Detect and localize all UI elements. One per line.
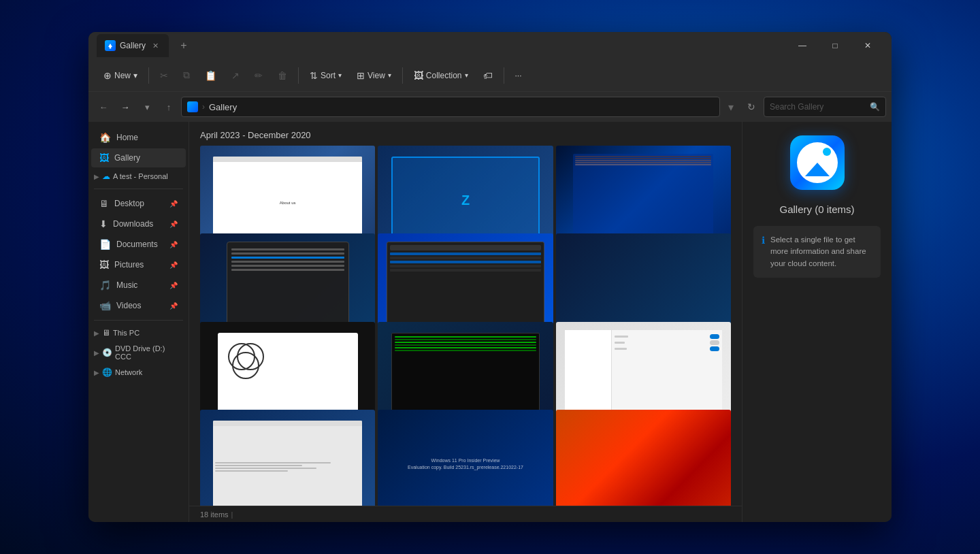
right-panel: Gallery (0 items) ℹ Select a single file…: [742, 122, 892, 522]
sidebar: 🏠 Home 🖼 Gallery ▶ ☁ A test - Personal 🖥…: [88, 122, 189, 522]
expand-arrow-icon: ▶: [94, 173, 99, 180]
sidebar-separator: [94, 189, 183, 189]
collection-button[interactable]: 🖼 Collection ▾: [407, 66, 475, 85]
toolbar-sep-3: [402, 67, 403, 84]
toolbar: ⊕ New ▾ ✂ ⧉ 📋 ↗ ✏ 🗑 ⇅ Sort ▾ ⊞: [88, 59, 892, 92]
gallery-grid: About us Z: [189, 146, 742, 506]
videos-icon: 📹: [99, 300, 111, 311]
sidebar-item-documents[interactable]: 📄 Documents 📌: [91, 235, 186, 254]
gallery-header: April 2023 - December 2020: [189, 122, 742, 146]
documents-icon: 📄: [99, 239, 111, 250]
tags-button[interactable]: 🏷: [476, 66, 500, 85]
music-icon: 🎵: [99, 280, 111, 291]
more-button[interactable]: ···: [508, 67, 529, 84]
sidebar-item-gallery[interactable]: 🖼 Gallery: [91, 148, 186, 167]
network-arrow-icon: ▶: [94, 369, 99, 376]
status-bar: 18 items |: [189, 506, 742, 522]
paste-icon: 📋: [205, 70, 216, 81]
dvd-arrow-icon: ▶: [94, 349, 99, 357]
desktop-icon: 🖥: [99, 198, 109, 209]
this-pc-icon: 🖥: [102, 328, 110, 338]
rename-icon: ✏: [255, 70, 263, 81]
gallery-icon: 🖼: [99, 152, 109, 163]
gallery-thumbnail-12[interactable]: [556, 410, 731, 506]
address-field[interactable]: › Gallery: [181, 97, 720, 117]
close-button[interactable]: ✕: [852, 35, 883, 56]
tags-icon: 🏷: [483, 70, 493, 81]
content-area: 🏠 Home 🖼 Gallery ▶ ☁ A test - Personal 🖥…: [88, 122, 892, 522]
sidebar-item-dvd[interactable]: ▶ 💿 DVD Drive (D:) CCC: [88, 341, 189, 364]
toolbar-sep-1: [148, 67, 149, 84]
copy-icon: ⧉: [183, 69, 190, 81]
tab-icon: [105, 40, 116, 51]
tab-close-button[interactable]: ✕: [150, 40, 161, 51]
sidebar-item-music[interactable]: 🎵 Music 📌: [91, 276, 186, 295]
sidebar-item-videos[interactable]: 📹 Videos 📌: [91, 296, 186, 315]
up-button[interactable]: ↑: [159, 97, 178, 116]
toolbar-sep-4: [504, 67, 504, 84]
minimize-button[interactable]: —: [787, 35, 818, 56]
collection-icon: 🖼: [414, 70, 423, 81]
panel-info-text: Select a single file to get more informa…: [770, 234, 872, 270]
this-pc-arrow-icon: ▶: [94, 329, 99, 337]
downloads-icon: ⬇: [99, 218, 108, 229]
pin-icon-videos: 📌: [169, 302, 178, 310]
pin-icon-music: 📌: [169, 282, 178, 289]
sort-icon: ⇅: [310, 70, 318, 81]
dvd-icon: 💿: [102, 348, 112, 357]
address-dropdown-button[interactable]: ▾: [723, 99, 739, 115]
new-button[interactable]: ⊕ New ▾: [97, 66, 144, 85]
search-icon: 🔍: [870, 102, 880, 112]
sort-button[interactable]: ⇅ Sort ▾: [303, 66, 348, 85]
pin-icon-downloads: 📌: [169, 221, 178, 228]
toolbar-sep-2: [298, 67, 299, 84]
sidebar-item-downloads[interactable]: ⬇ Downloads 📌: [91, 214, 186, 233]
view-button[interactable]: ⊞ View ▾: [350, 66, 398, 85]
new-tab-button[interactable]: +: [174, 36, 193, 55]
sidebar-item-home[interactable]: 🏠 Home: [91, 128, 186, 147]
recent-button[interactable]: ▾: [137, 97, 157, 116]
sidebar-item-network[interactable]: ▶ 🌐 Network: [88, 364, 189, 380]
pin-icon-pictures: 📌: [169, 261, 178, 269]
tab-label: Gallery: [120, 41, 146, 50]
refresh-button[interactable]: ↻: [742, 97, 761, 116]
active-tab[interactable]: Gallery ✕: [97, 34, 169, 57]
gallery-thumbnail-11[interactable]: Windows 11 Pro Insider PreviewEvaluation…: [378, 410, 553, 506]
rename-button[interactable]: ✏: [248, 66, 270, 85]
cloud-icon: ☁: [102, 172, 110, 181]
share-icon: ↗: [231, 70, 240, 81]
search-box[interactable]: Search Gallery 🔍: [764, 97, 886, 117]
paste-button[interactable]: 📋: [198, 66, 223, 85]
forward-button[interactable]: →: [116, 97, 135, 116]
address-bar: ← → ▾ ↑ › Gallery ▾ ↻ Search Gallery 🔍: [88, 92, 892, 122]
info-icon: ℹ: [762, 235, 765, 246]
panel-info-box: ℹ Select a single file to get more infor…: [753, 226, 881, 278]
cut-icon: ✂: [160, 70, 168, 81]
sidebar-item-desktop[interactable]: 🖥 Desktop 📌: [91, 194, 186, 213]
copy-button[interactable]: ⧉: [176, 65, 197, 85]
panel-gallery-icon: [790, 135, 845, 190]
file-explorer-window: Gallery ✕ + — □ ✕ ⊕ New ▾ ✂ ⧉ 📋 ↗: [88, 32, 892, 522]
share-button[interactable]: ↗: [225, 66, 246, 85]
svg-point-1: [110, 47, 112, 49]
title-bar: Gallery ✕ + — □ ✕: [88, 32, 892, 59]
cut-button[interactable]: ✂: [153, 66, 175, 85]
maximize-button[interactable]: □: [819, 35, 851, 56]
panel-title: Gallery (0 items): [779, 203, 854, 215]
sidebar-item-this-pc[interactable]: ▶ 🖥 This PC: [88, 325, 189, 341]
delete-icon: 🗑: [278, 70, 287, 81]
sidebar-item-atest[interactable]: ▶ ☁ A test - Personal: [88, 168, 189, 184]
delete-button[interactable]: 🗑: [271, 66, 294, 85]
network-icon: 🌐: [102, 368, 112, 377]
back-button[interactable]: ←: [94, 97, 113, 116]
pin-icon: 📌: [169, 200, 178, 208]
sidebar-item-pictures[interactable]: 🖼 Pictures 📌: [91, 255, 186, 274]
home-icon: 🏠: [99, 132, 111, 143]
view-icon: ⊞: [357, 70, 365, 81]
main-content: April 2023 - December 2020 About us Z: [189, 122, 742, 522]
gallery-thumbnail-10[interactable]: [200, 410, 375, 506]
new-icon: ⊕: [103, 70, 112, 81]
address-icon: [187, 101, 198, 112]
window-controls: — □ ✕: [787, 35, 883, 56]
pin-icon-documents: 📌: [169, 241, 178, 248]
